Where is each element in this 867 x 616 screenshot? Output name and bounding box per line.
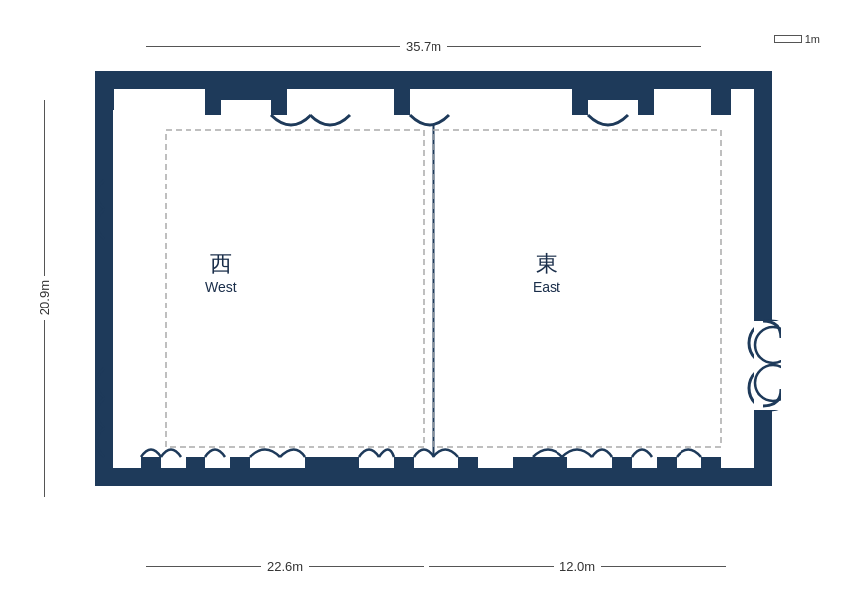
east-room-label: 東 East bbox=[533, 249, 560, 295]
scale-label: 1m bbox=[805, 33, 820, 45]
svg-rect-18 bbox=[657, 457, 677, 475]
svg-rect-3 bbox=[221, 80, 271, 100]
svg-rect-9 bbox=[711, 80, 731, 115]
svg-rect-28 bbox=[434, 130, 721, 447]
svg-rect-12 bbox=[230, 457, 250, 475]
svg-rect-16 bbox=[513, 457, 567, 475]
floor-plan-svg bbox=[86, 61, 781, 517]
svg-rect-19 bbox=[701, 457, 721, 475]
scale-indicator: 1m bbox=[774, 33, 820, 45]
dim-bottom-east: 12.0m bbox=[429, 559, 726, 574]
svg-rect-15 bbox=[458, 457, 478, 475]
east-kanji: 東 bbox=[533, 249, 560, 279]
svg-rect-6 bbox=[572, 80, 588, 115]
dim-top: 35.7m bbox=[146, 39, 701, 54]
svg-rect-4 bbox=[271, 80, 287, 115]
svg-rect-11 bbox=[186, 457, 205, 475]
west-kanji: 西 bbox=[205, 249, 237, 279]
west-room-label: 西 West bbox=[205, 249, 237, 295]
dim-bottom-west-label: 22.6m bbox=[267, 559, 303, 574]
svg-rect-1 bbox=[104, 80, 114, 110]
svg-rect-8 bbox=[638, 80, 654, 115]
svg-rect-13 bbox=[305, 457, 359, 475]
dim-left: 20.9m bbox=[37, 100, 52, 497]
east-roman: East bbox=[533, 279, 560, 295]
floor-plan-container: 1m 35.7m 20.9m 22.6m 12.0m bbox=[27, 21, 840, 596]
svg-rect-27 bbox=[166, 130, 424, 447]
scale-bar bbox=[774, 35, 802, 43]
west-roman: West bbox=[205, 279, 237, 295]
svg-rect-5 bbox=[394, 80, 410, 115]
svg-rect-10 bbox=[141, 457, 161, 475]
svg-rect-14 bbox=[394, 457, 414, 475]
svg-rect-2 bbox=[205, 80, 221, 115]
svg-rect-17 bbox=[612, 457, 632, 475]
svg-rect-7 bbox=[588, 80, 638, 100]
dim-bottom-east-label: 12.0m bbox=[559, 559, 595, 574]
dim-bottom-west: 22.6m bbox=[146, 559, 424, 574]
dim-top-label: 35.7m bbox=[406, 39, 441, 54]
dim-left-label: 20.9m bbox=[37, 276, 52, 319]
